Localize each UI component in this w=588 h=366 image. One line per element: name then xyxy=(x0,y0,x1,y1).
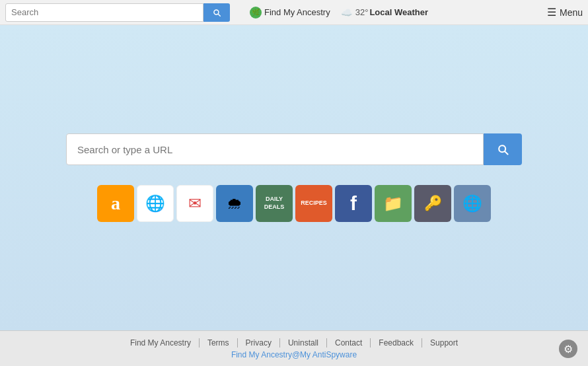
center-search-container xyxy=(66,133,522,165)
weather-shortcut-icon: 🌧 xyxy=(219,188,250,219)
footer-subtitle[interactable]: Find My Ancestry@My AntiSpyware xyxy=(231,350,357,359)
footer-uninstall[interactable]: Uninstall xyxy=(280,338,327,348)
footer: Find My Ancestry Terms Privacy Uninstall… xyxy=(0,330,588,366)
footer-feedback[interactable]: Feedback xyxy=(371,338,422,348)
shortcut-globe[interactable]: 🌐 xyxy=(454,185,491,222)
shortcut-key[interactable]: 🔑 xyxy=(414,185,451,222)
deals-icon: DAILYDEALS xyxy=(258,188,290,219)
top-search-form xyxy=(5,3,243,22)
folder-icon: 📁 xyxy=(377,188,409,219)
shortcut-facebook[interactable]: f xyxy=(335,185,372,222)
shortcut-amazon[interactable]: a xyxy=(97,185,134,222)
find-ancestry-label: Find My Ancestry xyxy=(264,7,330,17)
footer-contact[interactable]: Contact xyxy=(327,338,371,348)
news-icon: 🌐 xyxy=(139,188,171,219)
search-icon xyxy=(212,8,221,17)
footer-support[interactable]: Support xyxy=(422,338,466,348)
weather-temp: 32° xyxy=(355,7,369,17)
ancestry-icon: 🌿 xyxy=(250,7,262,18)
shortcut-recipes[interactable]: RECIPES xyxy=(295,185,332,222)
top-search-button[interactable] xyxy=(203,3,230,22)
footer-find-ancestry[interactable]: Find My Ancestry xyxy=(122,338,200,348)
gear-icon: ⚙ xyxy=(564,343,573,355)
main-content: a 🌐 ✉ 🌧 DAILYDEALS RECIPES f 📁 xyxy=(0,25,588,330)
shortcut-folder[interactable]: 📁 xyxy=(375,185,412,222)
top-search-input[interactable] xyxy=(5,3,203,22)
weather-link[interactable]: ☁️ 32° Local Weather xyxy=(341,7,428,18)
weather-icon: ☁️ xyxy=(341,7,353,18)
footer-privacy[interactable]: Privacy xyxy=(238,338,280,348)
key-icon: 🔑 xyxy=(417,188,449,219)
shortcut-weather[interactable]: 🌧 xyxy=(216,185,253,222)
globe-icon: 🌐 xyxy=(457,188,488,219)
top-bar: 🌿 Find My Ancestry ☁️ 32° Local Weather … xyxy=(0,0,588,25)
center-search-button[interactable] xyxy=(484,133,522,165)
find-ancestry-link[interactable]: 🌿 Find My Ancestry xyxy=(250,7,330,18)
mail-icon: ✉ xyxy=(179,188,211,219)
center-search-input[interactable] xyxy=(66,133,484,165)
center-search-icon xyxy=(496,143,509,156)
gear-button[interactable]: ⚙ xyxy=(559,340,577,358)
weather-label: Local Weather xyxy=(369,7,428,17)
menu-button[interactable]: ☰ Menu xyxy=(547,6,583,18)
facebook-icon: f xyxy=(338,188,369,219)
footer-links: Find My Ancestry Terms Privacy Uninstall… xyxy=(122,338,466,348)
recipes-icon: RECIPES xyxy=(298,188,330,219)
footer-terms[interactable]: Terms xyxy=(200,338,238,348)
menu-icon: ☰ xyxy=(547,6,556,18)
shortcut-daily-deals[interactable]: DAILYDEALS xyxy=(256,185,293,222)
amazon-icon: a xyxy=(100,188,131,219)
shortcuts-row: a 🌐 ✉ 🌧 DAILYDEALS RECIPES f 📁 xyxy=(96,185,492,222)
menu-label: Menu xyxy=(560,7,583,18)
shortcut-news[interactable]: 🌐 xyxy=(137,185,174,222)
shortcut-mail[interactable]: ✉ xyxy=(176,185,213,222)
